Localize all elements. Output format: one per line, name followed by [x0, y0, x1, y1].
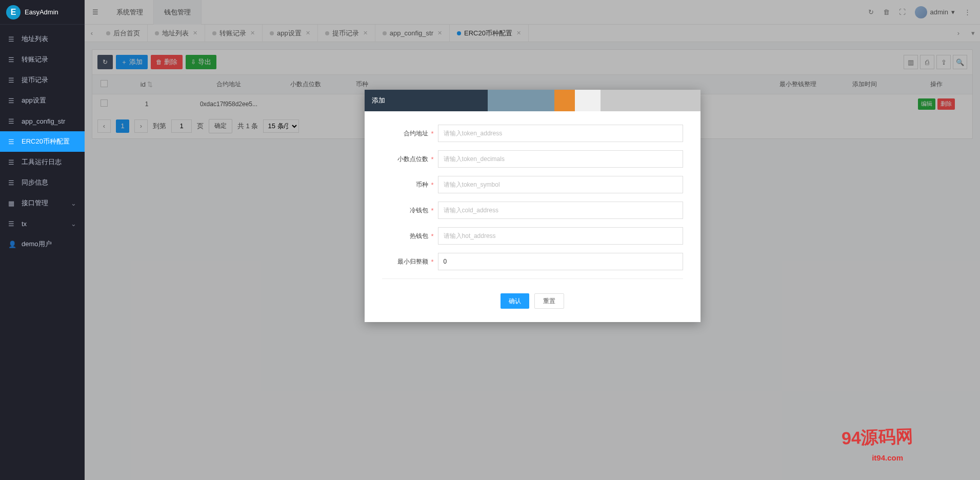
label-decimals: 小数点位数	[382, 155, 428, 164]
list-icon: ☰	[8, 179, 16, 187]
sidebar-item-sync[interactable]: ☰同步信息	[0, 172, 85, 193]
modal-header: 添加 ─ ☐ ✕	[365, 90, 701, 111]
main: ☰ 系统管理 钱包管理 ↻ 🗑 ⛶ admin ▾ ⋮ ‹ 后台首页	[85, 0, 980, 480]
list-icon: ☰	[8, 76, 16, 84]
sidebar-item-withdraw[interactable]: ☰提币记录	[0, 70, 85, 90]
input-token-address[interactable]	[438, 125, 683, 142]
input-hot-address[interactable]	[438, 227, 683, 245]
chevron-down-icon: ⌄	[71, 199, 76, 207]
label-cold: 冷钱包	[382, 206, 428, 215]
redacted-area	[488, 90, 701, 111]
sidebar-item-appsettings[interactable]: ☰app设置	[0, 90, 85, 111]
list-icon: ☰	[8, 56, 16, 64]
input-token-symbol[interactable]	[438, 176, 683, 193]
sidebar-item-erc20[interactable]: ☰ERC20币种配置	[0, 131, 85, 152]
modal-body: 合约地址* 小数点位数* 币种* 冷钱包* 热钱包* 最小归整额*	[365, 111, 701, 283]
input-min-amount[interactable]	[438, 253, 683, 270]
modal-title: 添加	[372, 96, 385, 105]
sidebar-item-tx[interactable]: ☰tx⌄	[0, 213, 85, 234]
list-icon: ☰	[8, 117, 16, 125]
sidebar-item-demouser[interactable]: 👤demo用户	[0, 234, 85, 254]
logo: E EasyAdmin	[0, 0, 85, 25]
reset-button[interactable]: 重置	[534, 293, 564, 309]
input-cold-address[interactable]	[438, 202, 683, 219]
sidebar-item-toollog[interactable]: ☰工具运行日志	[0, 152, 85, 172]
label-symbol: 币种	[382, 181, 428, 189]
modal-footer: 确认 重置	[365, 283, 701, 322]
modal-add: 添加 ─ ☐ ✕ 合约地址* 小数点位数*	[365, 90, 701, 322]
chevron-down-icon: ⌄	[71, 220, 76, 228]
grid-icon: ▦	[8, 199, 16, 207]
list-icon: ☰	[8, 158, 16, 166]
logo-icon: E	[6, 5, 21, 19]
modal-overlay: 添加 ─ ☐ ✕ 合约地址* 小数点位数*	[85, 0, 980, 480]
sidebar-item-appconfig[interactable]: ☰app_config_str	[0, 111, 85, 131]
sidebar-item-addresses[interactable]: ☰地址列表	[0, 29, 85, 49]
input-token-decimals[interactable]	[438, 150, 683, 168]
label-hot: 热钱包	[382, 232, 428, 241]
sidebar-item-transfers[interactable]: ☰转账记录	[0, 49, 85, 70]
sidebar-item-api[interactable]: ▦接口管理⌄	[0, 193, 85, 213]
list-icon: ☰	[8, 138, 16, 146]
list-icon: ☰	[8, 220, 16, 228]
app-name: EasyAdmin	[25, 8, 58, 16]
list-icon: ☰	[8, 35, 16, 43]
list-icon: ☰	[8, 97, 16, 105]
sidebar: E EasyAdmin ☰地址列表 ☰转账记录 ☰提币记录 ☰app设置 ☰ap…	[0, 0, 85, 480]
user-icon: 👤	[8, 241, 16, 248]
label-min: 最小归整额	[382, 257, 428, 266]
sidebar-nav: ☰地址列表 ☰转账记录 ☰提币记录 ☰app设置 ☰app_config_str…	[0, 25, 85, 480]
confirm-button[interactable]: 确认	[501, 293, 529, 309]
label-address: 合约地址	[382, 129, 428, 138]
